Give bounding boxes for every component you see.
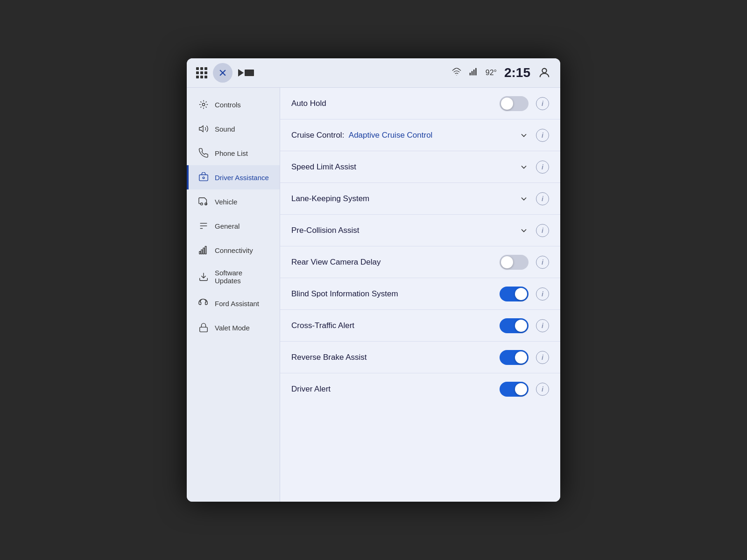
driver-alert-knob: [515, 383, 527, 395]
pre-collision-label: Pre-Collision Assist: [291, 226, 510, 235]
speed-limit-row[interactable]: Speed Limit Assist i: [280, 151, 560, 183]
svg-point-9: [203, 177, 204, 179]
general-icon: [198, 220, 209, 231]
svg-point-10: [201, 203, 203, 205]
sidebar-item-phone-list[interactable]: Phone List: [187, 141, 280, 165]
svg-rect-18: [205, 246, 206, 254]
sidebar-phone-label: Phone List: [215, 149, 248, 157]
cruise-control-label: Cruise Control: Adaptive Cruise Control: [291, 131, 510, 140]
reverse-brake-knob: [515, 351, 527, 364]
lane-keeping-info[interactable]: i: [536, 192, 549, 205]
reverse-brake-toggle[interactable]: [500, 350, 529, 365]
sidebar: Controls Sound Phone List: [187, 88, 280, 502]
speed-limit-label: Speed Limit Assist: [291, 162, 510, 172]
download-icon: [198, 271, 209, 282]
blind-spot-row: Blind Spot Information System i: [280, 278, 560, 310]
sidebar-item-sound[interactable]: Sound: [187, 117, 280, 141]
speed-limit-chevron: [519, 162, 529, 172]
main-content: Controls Sound Phone List: [187, 88, 560, 502]
header: 92° 2:15: [187, 58, 560, 88]
speed-limit-info[interactable]: i: [536, 161, 549, 174]
sidebar-item-vehicle[interactable]: Vehicle: [187, 189, 280, 214]
driver-alert-row: Driver Alert i: [280, 373, 560, 405]
connectivity-icon: [198, 245, 209, 256]
reverse-brake-row: Reverse Brake Assist i: [280, 342, 560, 373]
svg-rect-3: [472, 71, 473, 75]
controls-icon: [198, 99, 209, 110]
lane-keeping-label: Lane-Keeping System: [291, 194, 510, 203]
svg-rect-4: [473, 70, 475, 76]
driver-alert-toggle[interactable]: [500, 382, 529, 397]
sidebar-valet-label: Valet Mode: [215, 324, 250, 332]
sidebar-item-controls[interactable]: Controls: [187, 92, 280, 117]
svg-rect-8: [199, 175, 208, 181]
svg-rect-16: [201, 250, 203, 254]
driver-alert-info[interactable]: i: [536, 383, 549, 396]
cross-traffic-info[interactable]: i: [536, 319, 549, 332]
rear-view-camera-row: Rear View Camera Delay i: [280, 246, 560, 278]
reverse-brake-info[interactable]: i: [536, 351, 549, 364]
pre-collision-chevron: [519, 226, 529, 235]
vehicle-icon: [198, 196, 209, 207]
pre-collision-row[interactable]: Pre-Collision Assist i: [280, 215, 560, 246]
sidebar-general-label: General: [215, 222, 240, 230]
sidebar-controls-label: Controls: [215, 101, 241, 109]
sound-icon: [198, 123, 209, 134]
svg-point-6: [542, 69, 546, 73]
screen: 92° 2:15 Controls: [187, 58, 560, 502]
sidebar-sound-label: Sound: [215, 125, 235, 133]
cruise-control-chevron: [519, 131, 529, 140]
lane-keeping-chevron: [519, 194, 529, 203]
clock: 2:15: [504, 65, 530, 80]
sidebar-item-valet-mode[interactable]: Valet Mode: [187, 315, 280, 340]
apps-icon[interactable]: [196, 67, 207, 78]
cross-traffic-label: Cross-Traffic Alert: [291, 321, 492, 330]
sidebar-item-connectivity[interactable]: Connectivity: [187, 238, 280, 262]
sidebar-item-general[interactable]: General: [187, 214, 280, 238]
sidebar-item-driver-assistance[interactable]: Driver Assistance: [187, 165, 280, 189]
assistant-icon: [198, 298, 209, 309]
header-right: 92° 2:15: [452, 65, 551, 80]
driver-icon: [198, 172, 209, 183]
reverse-brake-label: Reverse Brake Assist: [291, 353, 492, 362]
cruise-control-info[interactable]: i: [536, 129, 549, 142]
sidebar-item-ford-assistant[interactable]: Ford Assistant: [187, 291, 280, 315]
temperature: 92°: [486, 69, 497, 77]
auto-hold-label: Auto Hold: [291, 99, 492, 108]
auto-hold-row: Auto Hold i: [280, 88, 560, 119]
svg-rect-2: [469, 73, 471, 76]
cross-traffic-toggle[interactable]: [500, 318, 529, 333]
lane-keeping-row[interactable]: Lane-Keeping System i: [280, 183, 560, 215]
cross-traffic-row: Cross-Traffic Alert i: [280, 310, 560, 342]
cruise-control-row[interactable]: Cruise Control: Adaptive Cruise Control …: [280, 119, 560, 151]
user-icon[interactable]: [538, 66, 551, 79]
close-button[interactable]: [213, 63, 233, 83]
rear-view-camera-toggle[interactable]: [500, 255, 529, 270]
svg-point-11: [205, 203, 207, 205]
rear-view-camera-knob: [501, 256, 513, 268]
svg-rect-20: [200, 327, 208, 332]
rear-view-camera-label: Rear View Camera Delay: [291, 258, 492, 267]
blind-spot-knob: [515, 288, 527, 300]
pre-collision-info[interactable]: i: [536, 224, 549, 237]
svg-rect-5: [475, 68, 477, 76]
blind-spot-toggle[interactable]: [500, 287, 529, 301]
sidebar-item-software-updates[interactable]: Software Updates: [187, 262, 280, 291]
blind-spot-label: Blind Spot Information System: [291, 289, 492, 299]
svg-point-7: [202, 103, 205, 106]
media-icon[interactable]: [238, 69, 254, 77]
phone-icon: [198, 147, 209, 159]
cruise-control-value: Adaptive Cruise Control: [349, 131, 433, 140]
blind-spot-info[interactable]: i: [536, 287, 549, 301]
auto-hold-toggle[interactable]: [500, 96, 529, 111]
sidebar-ford-assistant-label: Ford Assistant: [215, 300, 259, 308]
settings-panel: Auto Hold i Cruise Control: Adaptive Cru…: [280, 88, 560, 502]
sidebar-software-label: Software Updates: [215, 269, 270, 285]
auto-hold-knob: [501, 98, 513, 110]
auto-hold-info[interactable]: i: [536, 97, 549, 110]
sidebar-driver-label: Driver Assistance: [215, 174, 269, 182]
svg-rect-17: [203, 248, 204, 254]
rear-view-camera-info[interactable]: i: [536, 256, 549, 269]
svg-rect-15: [199, 252, 201, 254]
header-left: [196, 63, 254, 83]
